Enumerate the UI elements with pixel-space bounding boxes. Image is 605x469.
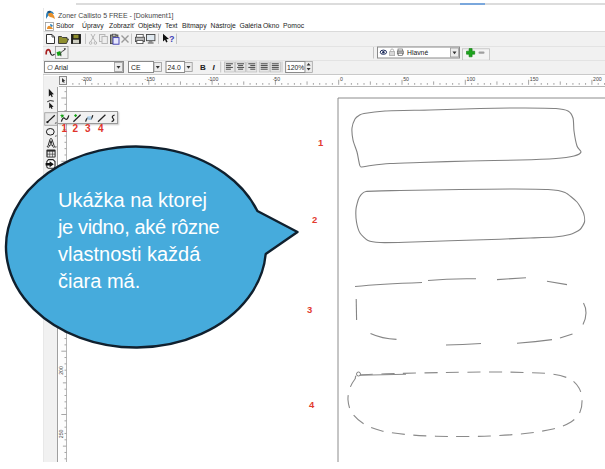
svg-text:čiara má.: čiara má.	[58, 270, 140, 292]
svg-text:vlastnosti každá: vlastnosti každá	[58, 243, 201, 265]
svg-text:je vidno, aké rôzne: je vidno, aké rôzne	[57, 216, 219, 238]
svg-text:Ukážka na ktorej: Ukážka na ktorej	[58, 189, 207, 211]
